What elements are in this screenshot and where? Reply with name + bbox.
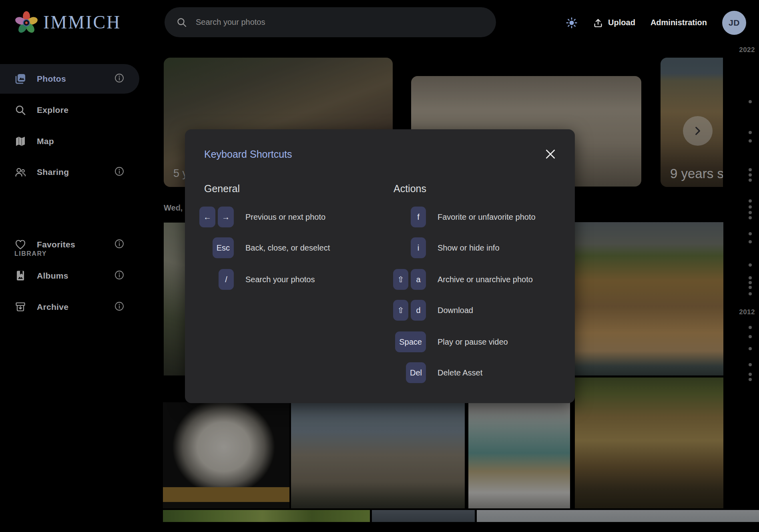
user-avatar[interactable]: JD (722, 11, 746, 35)
sidebar-item-label: Favorites (37, 240, 75, 249)
key-slash: / (219, 269, 234, 290)
section-heading-actions: Actions (394, 183, 426, 195)
info-icon[interactable] (114, 73, 124, 84)
sidebar-item-label: Explore (37, 105, 68, 115)
scrubber-dot (749, 168, 752, 171)
key-i: i (411, 237, 426, 258)
memory-next-button[interactable] (683, 116, 713, 146)
scrubber-dot (749, 232, 752, 235)
shortcut-description: Delete Asset (438, 368, 482, 377)
app-name: IMMICH (43, 13, 121, 32)
album-icon (14, 270, 26, 282)
close-icon (545, 149, 556, 159)
date-header: Wed, (164, 203, 183, 213)
shortcut-row: Space Play or pause video (366, 331, 508, 352)
administration-label: Administration (651, 18, 707, 27)
photos-icon (14, 73, 26, 85)
shortcut-row: f Favorite or unfavorite photo (366, 207, 536, 227)
scrubber-dot (749, 211, 752, 214)
scrubber-dot (749, 205, 752, 209)
photo-thumbnail[interactable] (477, 510, 759, 522)
key-esc: Esc (213, 237, 234, 258)
memory-caption: 9 years si (670, 166, 723, 181)
scrubber-dot (749, 326, 752, 329)
scrubber-dot (749, 378, 752, 381)
sidebar-item-label: Photos (37, 74, 66, 84)
upload-label: Upload (608, 18, 635, 27)
app-logo[interactable]: IMMICH (15, 10, 121, 34)
scrubber-dot (749, 276, 752, 279)
modal-close-button[interactable] (545, 149, 556, 160)
scrubber-dot (749, 199, 752, 203)
scrubber-dot (749, 139, 752, 143)
info-icon[interactable] (114, 270, 124, 281)
photo-thumbnail[interactable] (291, 402, 465, 508)
scrubber-dot (749, 100, 752, 103)
shortcut-description: Previous or next photo (245, 213, 325, 222)
scrubber-dot (749, 335, 752, 338)
scrubber-dot (749, 131, 752, 134)
theme-toggle-button[interactable] (566, 17, 578, 29)
info-icon[interactable] (114, 167, 124, 178)
info-icon[interactable] (114, 301, 124, 313)
sidebar-item-favorites[interactable]: Favorites (0, 230, 139, 259)
archive-icon (14, 301, 26, 313)
people-icon (14, 166, 26, 178)
scrubber-dot (749, 281, 752, 284)
map-icon (14, 135, 26, 147)
scrubber-dot (749, 240, 752, 243)
key-shift: ⇧ (393, 269, 408, 290)
sun-icon (566, 17, 578, 29)
immich-app: 5 y 9 years si Wed, 2022 2012 (0, 0, 759, 532)
photo-thumbnail[interactable] (372, 510, 475, 522)
photo-thumbnail[interactable] (575, 377, 723, 508)
info-icon[interactable] (114, 239, 124, 250)
key-del: Del (406, 362, 426, 383)
upload-button[interactable]: Upload (593, 18, 635, 28)
scrubber-year-bottom: 2012 (739, 308, 755, 316)
scrubber-dot (749, 292, 752, 295)
scrubber-year-top: 2022 (739, 46, 755, 54)
scrubber-dot (749, 347, 752, 350)
scrubber-dot (749, 179, 752, 182)
explore-icon (14, 104, 26, 116)
sidebar-item-map[interactable]: Map (0, 126, 139, 156)
shortcut-row: Esc Back, close, or deselect (199, 237, 330, 258)
photo-thumbnail[interactable] (163, 402, 289, 508)
key-d: d (411, 300, 426, 321)
photo-thumbnail[interactable] (163, 510, 370, 522)
administration-button[interactable]: Administration (651, 18, 707, 27)
section-heading-general: General (204, 183, 240, 195)
sidebar-item-label: Archive (37, 302, 68, 312)
top-navbar: IMMICH (0, 0, 759, 45)
key-shift: ⇧ (393, 300, 408, 321)
shortcut-description: Play or pause video (438, 337, 508, 347)
sidebar-item-explore[interactable]: Explore (0, 95, 139, 125)
sidebar-item-archive[interactable]: Archive (0, 292, 139, 322)
search-input[interactable] (196, 18, 484, 27)
shortcut-row: ⇧ a Archive or unarchive photo (366, 269, 533, 290)
scrubber-dot (749, 363, 752, 366)
sidebar-item-sharing[interactable]: Sharing (0, 157, 139, 187)
shortcut-row: i Show or hide info (366, 237, 500, 258)
shortcut-description: Archive or unarchive photo (438, 275, 533, 284)
nav-actions: Upload Administration JD (566, 0, 746, 45)
sidebar-item-label: Sharing (37, 167, 69, 177)
key-arrow-left: ← (199, 207, 215, 227)
sidebar-item-label: Albums (37, 271, 68, 281)
search-bar[interactable] (165, 7, 496, 37)
sidebar-item-albums[interactable]: Albums (0, 261, 139, 291)
shortcut-description: Favorite or unfavorite photo (438, 213, 536, 222)
shortcut-row: / Search your photos (199, 269, 315, 290)
sidebar-item-photos[interactable]: Photos (0, 64, 139, 94)
shortcut-row: ← → Previous or next photo (199, 207, 325, 227)
shortcut-description: Search your photos (245, 275, 315, 284)
key-arrow-right: → (218, 207, 234, 227)
memory-card-canyon[interactable]: 9 years si (661, 58, 723, 187)
photo-thumbnail[interactable] (575, 222, 723, 375)
keyboard-shortcuts-modal: Keyboard Shortcuts General Actions ← → P… (185, 129, 575, 403)
scrubber-dot (749, 173, 752, 177)
timeline-scrubber[interactable]: 2022 2012 (723, 40, 759, 532)
scrubber-dot (749, 286, 752, 289)
search-icon (177, 17, 187, 28)
